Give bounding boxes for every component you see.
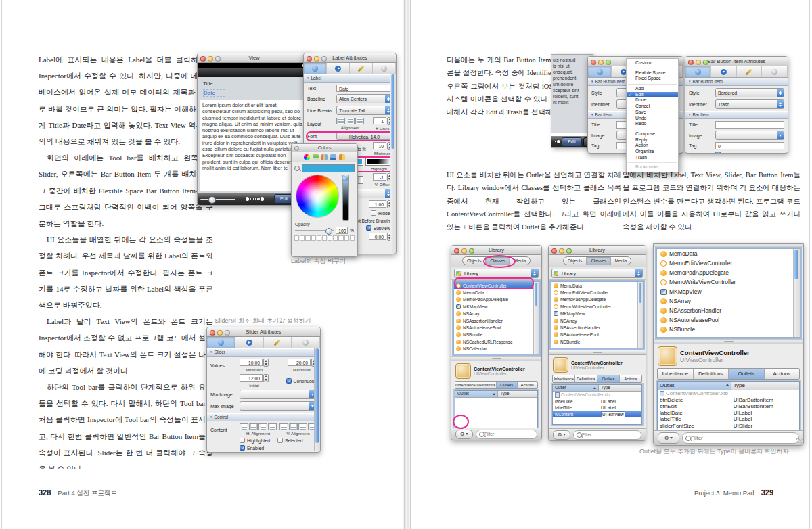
scrollbar-thumb[interactable] — [639, 283, 641, 303]
list-item[interactable]: NSAssertionHandler — [551, 324, 643, 331]
minimize-button[interactable] — [559, 248, 564, 254]
xib-row[interactable]: ContentViewController.xib — [658, 390, 799, 397]
column-type[interactable]: Type — [599, 385, 641, 391]
menu-item[interactable]: Reply — [627, 137, 678, 143]
tab-outlets[interactable]: Outlets — [497, 382, 518, 388]
list-item[interactable]: NSArray — [454, 310, 539, 317]
hidden-checkbox[interactable] — [371, 210, 376, 216]
list-item[interactable]: MemoPadAppDelegate — [551, 296, 643, 303]
library-scope-popup[interactable]: Library — [454, 269, 539, 278]
list-item[interactable]: NSAutoreleasePool — [657, 315, 800, 325]
identifier-popup[interactable]: Trash — [715, 99, 784, 109]
outlet-row-selected[interactable]: tvContentUITextView — [553, 411, 641, 418]
search-input[interactable] — [582, 432, 638, 437]
list-item[interactable]: MemoData — [551, 282, 643, 289]
slider-knob[interactable] — [342, 176, 348, 181]
tab-classes[interactable]: Classes — [486, 257, 510, 264]
scrollbar[interactable] — [637, 282, 643, 348]
stepper[interactable] — [263, 374, 269, 382]
type-edit-cell[interactable]: UITextView — [601, 411, 625, 417]
min-image-popup[interactable] — [240, 390, 317, 399]
tab-definitions[interactable]: Definitions — [694, 369, 729, 379]
list-item[interactable]: NSAssertionHandler — [454, 317, 539, 324]
crayons-tab-icon[interactable] — [339, 154, 345, 160]
tab-inheritance[interactable]: Inheritance — [455, 382, 476, 388]
list-item[interactable]: MemoEditViewController — [657, 258, 800, 268]
list-item[interactable]: MemoData — [454, 289, 539, 296]
list-item[interactable]: MKMapView — [454, 303, 539, 310]
filter-field[interactable] — [476, 430, 537, 439]
alignment-segmented[interactable] — [336, 118, 364, 124]
color-wheel[interactable] — [296, 175, 339, 218]
splitter-handle[interactable] — [654, 339, 803, 344]
minimum-field[interactable]: 10.00 — [240, 359, 263, 366]
menu-item[interactable]: Organize — [627, 149, 678, 155]
title-field[interactable] — [715, 121, 784, 129]
opacity-field[interactable]: 100 — [336, 227, 348, 234]
flexible-space-item[interactable] — [238, 197, 272, 201]
subviews-checkbox[interactable] — [366, 225, 371, 231]
menu-item[interactable]: Done — [627, 97, 678, 104]
gear-menu-button[interactable]: ⚙ — [658, 432, 679, 444]
highlighted-checkbox[interactable] — [240, 438, 245, 443]
h-alignment-segmented[interactable] — [240, 423, 277, 430]
magnifier-icon[interactable] — [294, 166, 300, 171]
continuous-checkbox[interactable] — [286, 378, 292, 384]
column-outlet[interactable]: Outlet — [658, 382, 731, 390]
section-header[interactable]: Control — [207, 413, 320, 421]
menu-item[interactable]: Save — [627, 110, 678, 116]
tab-identity[interactable]: i — [373, 63, 396, 74]
menu-item[interactable]: Cancel — [627, 104, 678, 110]
column-outlet[interactable]: Outlet — [455, 391, 498, 397]
list-item[interactable]: MemoWriteViewController — [551, 303, 643, 310]
close-button[interactable] — [307, 56, 312, 62]
xib-row[interactable]: ContentViewController.xib — [553, 392, 641, 398]
tab-actions[interactable]: Actions — [765, 369, 800, 379]
font-size-slider[interactable] — [200, 196, 235, 202]
minimize-button[interactable] — [461, 248, 467, 254]
voffset-field[interactable]: -1 — [373, 173, 386, 181]
minimize-button[interactable] — [696, 60, 701, 65]
v-alignment-segmented[interactable] — [279, 423, 317, 430]
zoom-button[interactable] — [606, 60, 611, 65]
color-wheel-tab-icon[interactable] — [304, 154, 310, 160]
tab-identity[interactable]: i — [292, 337, 320, 348]
menu-item-selected[interactable]: Edit — [627, 92, 678, 98]
tab-attributes[interactable] — [207, 337, 235, 348]
text-field[interactable]: Date — [336, 85, 392, 92]
tab-media[interactable]: Media — [611, 257, 631, 264]
section-header[interactable]: Label — [304, 74, 396, 83]
outlet-row[interactable]: btnEditUIBarButtonItem — [658, 403, 799, 410]
list-item[interactable]: MemoWriteViewController — [657, 277, 800, 287]
scrollbar[interactable] — [533, 282, 539, 354]
tab-connections[interactable] — [235, 337, 264, 348]
menu-item[interactable]: Trash — [627, 155, 678, 161]
outlet-row[interactable]: labelTitleUILabel — [553, 405, 641, 411]
linebreaks-popup[interactable]: Truncate Tail — [336, 106, 392, 115]
list-item[interactable]: NSArray — [551, 317, 643, 324]
list-item[interactable]: NSArray — [657, 296, 800, 306]
tab-inheritance[interactable]: Inheritance — [658, 369, 694, 379]
column-type[interactable]: Type — [731, 382, 799, 390]
tab-classes[interactable]: Classes — [587, 257, 610, 264]
outlet-row[interactable]: labelDateUILabel — [658, 410, 799, 417]
minimum-field[interactable]: 10 — [373, 142, 386, 150]
search-input[interactable] — [691, 435, 796, 441]
list-item[interactable]: MKMapView — [657, 287, 800, 296]
menu-item[interactable]: Undo — [627, 116, 678, 122]
highlight-color-well[interactable] — [365, 158, 392, 166]
minimize-button[interactable] — [598, 60, 604, 65]
tab-connections[interactable] — [327, 63, 350, 74]
scrollbar-thumb[interactable] — [391, 74, 394, 149]
tab-size[interactable] — [264, 337, 292, 348]
list-item[interactable]: NSBundle — [657, 325, 800, 334]
maximum-field[interactable]: 20.00 — [288, 359, 311, 366]
slider-knob[interactable] — [325, 228, 332, 235]
outlet-row[interactable]: btnDeleteUIBarButtonItem — [658, 397, 799, 404]
tab-attributes[interactable] — [685, 66, 711, 77]
swatch-cell[interactable] — [294, 235, 299, 241]
list-item[interactable]: MemoEditViewController — [551, 289, 643, 296]
selected-checkbox[interactable] — [277, 438, 283, 443]
tab-inheritance[interactable]: Inheritance — [553, 375, 575, 382]
baseline-popup[interactable]: Align Centers — [336, 94, 392, 104]
